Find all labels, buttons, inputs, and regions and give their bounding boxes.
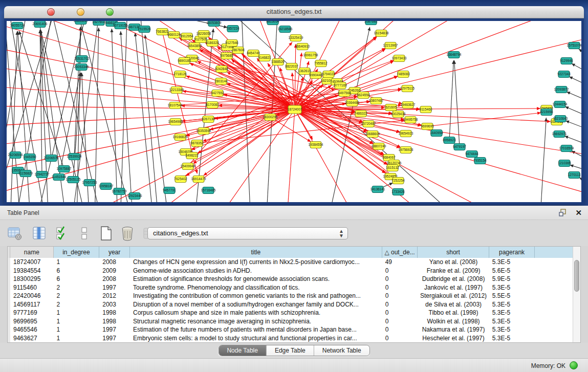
tab-node-table[interactable]: Node Table: [219, 345, 267, 356]
cell-name[interactable]: 19384554: [10, 267, 54, 275]
graph-node[interactable]: 20531702: [75, 56, 90, 62]
graph-node[interactable]: 3498222: [185, 152, 199, 159]
cell-filler[interactable]: [535, 267, 573, 275]
graph-node[interactable]: 7485083: [397, 71, 410, 78]
column-header-year[interactable]: year: [99, 247, 130, 258]
graph-node[interactable]: 10975887: [57, 166, 72, 172]
cell-short[interactable]: Dudbridge et al. (2008): [418, 275, 489, 283]
graph-node[interactable]: 9227343: [557, 71, 571, 78]
column-header-out_de[interactable]: △ out_de...: [382, 247, 418, 258]
tab-network-table[interactable]: Network Table: [314, 345, 369, 356]
graph-node[interactable]: 12213389: [169, 87, 184, 94]
graph-node[interactable]: 16782759: [112, 188, 127, 195]
graph-node[interactable]: 7252254: [391, 178, 405, 184]
graph-node[interactable]: 10807487: [369, 98, 384, 104]
cell-out_de[interactable]: 0: [382, 317, 418, 326]
graph-node[interactable]: 11451544: [52, 174, 67, 181]
cell-pagerank[interactable]: 5.3E-5: [489, 334, 535, 343]
graph-node[interactable]: 12093872: [554, 86, 569, 93]
table-source-dropdown[interactable]: citations_edges.txt ▲▼: [147, 227, 348, 239]
graph-node[interactable]: 19384554: [309, 142, 323, 148]
graph-node[interactable]: 19463627: [401, 102, 416, 108]
cell-filler[interactable]: [535, 309, 573, 317]
graph-node[interactable]: 16961758: [303, 52, 318, 59]
cell-year[interactable]: 1998: [99, 317, 130, 326]
graph-node[interactable]: 2803144: [214, 78, 228, 85]
cell-name[interactable]: 22420046: [10, 292, 54, 300]
graph-node[interactable]: 26206594: [8, 152, 23, 159]
graph-node[interactable]: 3624554: [357, 92, 370, 99]
cell-out_de[interactable]: 0: [382, 334, 418, 343]
graph-node[interactable]: 9242848: [215, 66, 228, 73]
graph-node[interactable]: 19654923: [399, 130, 413, 137]
cell-pagerank[interactable]: 5.3E-5: [489, 325, 535, 334]
graph-node[interactable]: 1588520: [271, 59, 285, 65]
cell-title[interactable]: Genome-wide association studies in ADHD.: [130, 267, 382, 275]
table-row[interactable]: 1872400712008Changes of HCN gene express…: [8, 258, 573, 267]
column-header-in_degree[interactable]: in_degree: [54, 247, 100, 258]
graph-node[interactable]: 9890185: [178, 58, 191, 64]
graph-node[interactable]: 9115460: [420, 106, 432, 113]
graph-node[interactable]: 1270113: [568, 172, 581, 179]
graph-node[interactable]: 9127546: [225, 40, 238, 47]
graph-node[interactable]: 8170081: [206, 102, 219, 108]
cell-in_degree[interactable]: 1: [54, 317, 100, 326]
graph-node[interactable]: 12505125: [66, 177, 81, 183]
cell-short[interactable]: Franke et al. (2009): [418, 267, 489, 275]
unselect-all-columns-button[interactable]: [77, 226, 92, 241]
cell-out_de[interactable]: 0: [382, 309, 418, 317]
cell-pagerank[interactable]: 5.9E-5: [489, 275, 535, 283]
cell-title[interactable]: Estimation of significance thresholds fo…: [130, 275, 382, 283]
cell-filler[interactable]: [535, 334, 573, 343]
cell-pagerank[interactable]: 5.6E-5: [489, 267, 535, 275]
graph-node[interactable]: 1527602: [92, 21, 105, 26]
cell-filler[interactable]: [535, 258, 573, 267]
graph-node[interactable]: 8990448: [309, 72, 322, 79]
cell-year[interactable]: 2008: [99, 275, 130, 283]
cell-filler[interactable]: [535, 292, 573, 300]
table-row[interactable]: 1456911722003Disruption of a novel membe…: [8, 300, 573, 309]
graph-node[interactable]: 19218586: [278, 26, 293, 33]
column-header-short[interactable]: short: [418, 247, 489, 258]
cell-out_de[interactable]: 0: [382, 325, 418, 334]
graph-node[interactable]: 9146821: [258, 55, 271, 61]
graph-node[interactable]: 15751074: [567, 42, 581, 49]
cell-name[interactable]: 18724007: [10, 258, 54, 267]
cell-in_degree[interactable]: 2: [54, 283, 100, 292]
cell-filler[interactable]: [535, 275, 573, 283]
graph-node[interactable]: 6794022: [322, 71, 335, 78]
cell-title[interactable]: Tourette syndrome. Phenomenology and cla…: [130, 283, 382, 292]
graph-node[interactable]: 12942737: [35, 171, 50, 178]
cell-title[interactable]: Investigating the contribution of common…: [130, 292, 382, 300]
graph-node[interactable]: 3427552: [211, 90, 224, 97]
cell-title[interactable]: Embryonic stem cells: a model to study s…: [130, 334, 382, 343]
table-row[interactable]: 946362711997Embryonic stem cells: a mode…: [8, 334, 573, 343]
graph-node[interactable]: 15716485: [201, 187, 216, 194]
cell-name[interactable]: 9699695: [10, 317, 54, 326]
graph-node[interactable]: 16914479: [191, 176, 206, 183]
graph-node[interactable]: 9777169: [334, 82, 347, 89]
graph-node[interactable]: 6479197: [453, 144, 466, 150]
graph-node[interactable]: 9660124: [167, 32, 181, 38]
graph-node[interactable]: 19654985: [168, 119, 183, 125]
graph-node[interactable]: 16543852: [187, 43, 202, 50]
cell-year[interactable]: 1997: [99, 334, 130, 343]
graph-node[interactable]: 8215958: [540, 109, 553, 116]
graph-node[interactable]: 18107544: [168, 102, 183, 109]
graph-node[interactable]: 7663822: [156, 29, 169, 35]
scrollbar-thumb[interactable]: [574, 260, 579, 292]
cell-short[interactable]: Nakamura et al. (1997): [418, 325, 489, 334]
graph-node[interactable]: 10958187: [99, 183, 114, 190]
cell-out_de[interactable]: 0: [382, 267, 418, 275]
graph-node[interactable]: 8186328: [206, 40, 219, 47]
graph-node[interactable]: 8958923: [443, 137, 456, 144]
delete-column-button[interactable]: [120, 226, 135, 241]
graph-node[interactable]: 8813054: [266, 21, 279, 25]
table-row[interactable]: 1830029562008Estimation of significance …: [8, 275, 573, 283]
graph-node[interactable]: 13325419: [289, 35, 303, 41]
cell-out_de[interactable]: 49: [382, 258, 418, 267]
cell-short[interactable]: Stergiakouli et al. (2012): [418, 292, 489, 300]
cell-year[interactable]: 1998: [99, 309, 130, 317]
cell-title[interactable]: Estimation of the future numbers of pati…: [130, 325, 382, 334]
cell-in_degree[interactable]: 1: [54, 258, 100, 267]
